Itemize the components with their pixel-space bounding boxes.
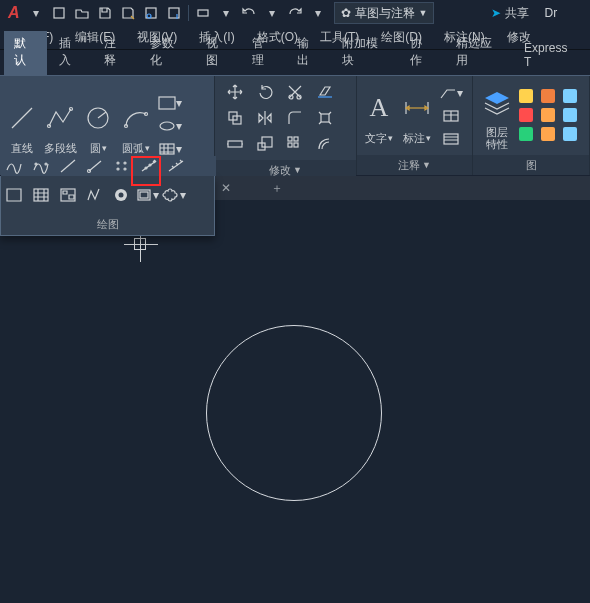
doc-tab-close-icon[interactable]: ✕ <box>221 181 231 195</box>
layer-swatch[interactable] <box>563 89 577 103</box>
tool-dimension[interactable]: 标注▾ <box>399 86 435 146</box>
tool-polyline[interactable]: 多段线 <box>42 96 78 156</box>
tool-mirror[interactable] <box>251 106 279 130</box>
tab-collab[interactable]: 协作 <box>400 31 443 75</box>
tool-offset[interactable] <box>311 132 339 156</box>
redo-icon[interactable] <box>284 2 306 24</box>
tool-spline-cv[interactable] <box>28 156 55 176</box>
panel-annotate-title[interactable]: 注释▼ <box>357 155 472 175</box>
chevron-placeholder <box>189 156 216 176</box>
tab-output[interactable]: 输出 <box>287 31 330 75</box>
chevron-down-icon[interactable]: ▾ <box>261 2 283 24</box>
new-icon[interactable] <box>48 2 70 24</box>
paperplane-icon: ➤ <box>491 6 501 20</box>
tool-table[interactable] <box>439 105 463 127</box>
tool-point-multi[interactable] <box>109 156 136 176</box>
workspace-selector[interactable]: ✿ 草图与注释 ▼ <box>334 2 435 24</box>
layer-swatch[interactable] <box>563 127 577 141</box>
layer-swatch[interactable] <box>519 108 533 122</box>
drawing-canvas[interactable]: 软件自学网 WWW.RJZXW.COM <box>0 200 590 603</box>
tool-measure[interactable] <box>162 156 189 176</box>
tool-stretch[interactable] <box>221 132 249 156</box>
chevron-down-icon[interactable]: ▾ <box>307 2 329 24</box>
tab-express[interactable]: Express T <box>514 37 586 75</box>
open-icon[interactable] <box>71 2 93 24</box>
tool-ellipse[interactable]: ▾ <box>158 115 182 137</box>
share-button[interactable]: ➤ 共享 <box>491 5 529 22</box>
tool-wipeout[interactable] <box>54 176 81 214</box>
tool-arc[interactable]: 圆弧▾ <box>118 96 154 156</box>
tool-spline-fit[interactable] <box>1 156 28 176</box>
svg-rect-25 <box>294 137 298 141</box>
tool-erase[interactable] <box>311 80 339 104</box>
saveas-icon[interactable] <box>117 2 139 24</box>
tab-view[interactable]: 视图 <box>196 31 239 75</box>
panel-modify: 修改▼ <box>215 76 357 175</box>
tool-copy[interactable] <box>221 106 249 130</box>
tool-circle[interactable]: 圆▾ <box>80 96 116 156</box>
layer-swatch[interactable] <box>541 127 555 141</box>
tool-text[interactable]: A 文字▾ <box>361 86 397 146</box>
layer-swatch[interactable] <box>541 89 555 103</box>
chevron-down-icon[interactable]: ▾ <box>25 2 47 24</box>
flyout-title[interactable]: 绘图 <box>1 214 214 234</box>
tool-layer-properties[interactable]: 图层 特性 <box>477 81 517 150</box>
tool-donut[interactable] <box>108 176 135 214</box>
tool-table2[interactable] <box>439 128 463 150</box>
web-save-icon[interactable] <box>163 2 185 24</box>
svg-line-35 <box>61 160 75 172</box>
tool-ray[interactable] <box>82 156 109 176</box>
tool-trim[interactable] <box>281 80 309 104</box>
tool-boundary[interactable]: ▾ <box>134 176 161 214</box>
svg-point-13 <box>160 122 174 130</box>
layers-icon <box>481 81 513 125</box>
tab-default[interactable]: 默认 <box>4 31 47 75</box>
layer-swatch[interactable] <box>519 127 533 141</box>
layer-swatch[interactable] <box>563 108 577 122</box>
save-icon[interactable] <box>94 2 116 24</box>
tool-scale[interactable] <box>251 132 279 156</box>
panel-layers-title[interactable]: 图 <box>473 155 589 175</box>
tool-explode[interactable] <box>311 106 339 130</box>
tool-fillet[interactable] <box>281 106 309 130</box>
layer-swatch[interactable] <box>519 89 533 103</box>
svg-point-33 <box>35 163 37 165</box>
layer-swatch[interactable] <box>541 108 555 122</box>
tool-rotate[interactable] <box>251 80 279 104</box>
ribbon-tabstrip: 默认 插入 注释 参数化 视图 管理 输出 附加模块 协作 精选应用 Expre… <box>0 50 590 76</box>
svg-line-45 <box>169 161 183 171</box>
crosshair-cursor <box>134 238 148 252</box>
doc-tab-add-icon[interactable]: ＋ <box>271 180 283 197</box>
tab-parametric[interactable]: 参数化 <box>140 31 195 75</box>
svg-rect-20 <box>321 114 329 122</box>
gear-icon: ✿ <box>341 6 351 20</box>
tab-annotate[interactable]: 注释 <box>94 31 137 75</box>
web-open-icon[interactable] <box>140 2 162 24</box>
title-bar: A ▾ ▾ ▾ ▾ ✿ 草图与注释 ▼ ➤ 共享 Dr <box>0 0 590 26</box>
share-label: 共享 <box>505 5 529 22</box>
circle-icon <box>82 96 114 140</box>
tool-divide[interactable] <box>135 156 162 176</box>
tool-xline[interactable] <box>55 156 82 176</box>
tool-region[interactable] <box>1 176 28 214</box>
tool-line[interactable]: 直线 <box>4 96 40 156</box>
tool-move[interactable] <box>221 80 249 104</box>
document-tabs: ✕ ＋ <box>215 176 590 200</box>
tool-hatch2[interactable] <box>28 176 55 214</box>
tool-leader[interactable]: ▾ <box>439 82 463 104</box>
svg-rect-46 <box>34 189 48 201</box>
tab-addins[interactable]: 附加模块 <box>332 31 398 75</box>
chevron-down-icon[interactable]: ▾ <box>215 2 237 24</box>
tab-insert[interactable]: 插入 <box>49 31 92 75</box>
tool-array[interactable] <box>281 132 309 156</box>
tab-featured[interactable]: 精选应用 <box>446 31 512 75</box>
svg-line-9 <box>98 112 106 118</box>
tab-manage[interactable]: 管理 <box>242 31 285 75</box>
drawn-circle <box>206 325 382 501</box>
tool-revcloud[interactable]: ▾ <box>161 176 188 214</box>
undo-icon[interactable] <box>238 2 260 24</box>
tool-rectangle[interactable]: ▾ <box>158 92 182 114</box>
flyout-more[interactable] <box>187 176 214 214</box>
tool-3dpoly[interactable] <box>81 176 108 214</box>
plot-icon[interactable] <box>192 2 214 24</box>
